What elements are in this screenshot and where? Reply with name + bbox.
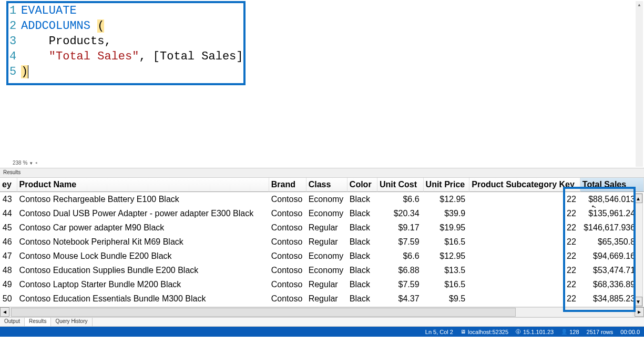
editor-hscroll-left-icon[interactable]: ◂ (35, 160, 37, 166)
table-cell[interactable]: Regular (306, 235, 347, 249)
table-row[interactable]: 44Contoso Dual USB Power Adapter - power… (0, 206, 644, 220)
table-cell[interactable]: 47 (0, 249, 17, 263)
table-cell[interactable]: $7.59 (377, 277, 424, 291)
table-cell[interactable]: Contoso Notebook Peripheral Kit M69 Blac… (17, 235, 269, 249)
table-cell[interactable]: 22 (469, 291, 580, 306)
table-cell[interactable]: Black (347, 249, 377, 263)
code-line[interactable]: 2ADDCOLUMNS ( (9, 18, 644, 34)
scroll-up-icon[interactable]: ▲ (634, 194, 642, 203)
table-cell[interactable]: $13.5 (424, 263, 470, 277)
table-cell[interactable]: $6.88 (377, 263, 424, 277)
column-header[interactable]: Unit Price (424, 178, 470, 192)
column-header[interactable]: Product Subcategory Key (469, 178, 580, 192)
table-cell[interactable]: Contoso (269, 206, 306, 220)
tab-results[interactable]: Results (25, 318, 51, 326)
code-line[interactable]: 3 Products, (9, 34, 644, 49)
table-cell[interactable]: Contoso (269, 220, 306, 235)
column-header[interactable]: Total Sales (580, 178, 644, 192)
code-line[interactable]: 5) (9, 64, 644, 79)
table-cell[interactable]: Black (347, 206, 377, 220)
table-cell[interactable]: $12.95 (424, 192, 470, 206)
table-cell[interactable]: Regular (306, 220, 347, 235)
table-cell[interactable]: 45 (0, 220, 17, 235)
table-cell[interactable]: Contoso Education Essentials Bundle M300… (17, 291, 269, 306)
table-cell[interactable]: $4.37 (377, 291, 424, 306)
code-line[interactable]: 1EVALUATE (9, 3, 644, 18)
table-cell[interactable]: 22 (469, 220, 580, 235)
table-cell[interactable]: 46 (0, 235, 17, 249)
table-cell[interactable]: Contoso Car power adapter M90 Black (17, 220, 269, 235)
table-cell[interactable]: $20.34 (377, 206, 424, 220)
table-cell[interactable]: Black (347, 263, 377, 277)
table-cell[interactable]: $16.5 (424, 235, 470, 249)
table-cell[interactable]: 22 (469, 263, 580, 277)
table-cell[interactable]: Contoso Dual USB Power Adapter - power a… (17, 206, 269, 220)
table-cell[interactable]: $6.6 (377, 192, 424, 206)
table-cell[interactable]: Contoso Laptop Starter Bundle M200 Black (17, 277, 269, 291)
table-cell[interactable]: $7.59 (377, 235, 424, 249)
table-cell[interactable]: Contoso Rechargeable Battery E100 Black (17, 192, 269, 206)
table-cell[interactable]: 50 (0, 291, 17, 306)
table-cell[interactable]: $9.5 (424, 291, 470, 306)
table-cell[interactable]: Black (347, 291, 377, 306)
table-cell[interactable]: $39.9 (424, 206, 470, 220)
table-cell[interactable]: 22 (469, 192, 580, 206)
results-grid[interactable]: eyProduct NameBrandClassColorUnit CostUn… (0, 178, 644, 307)
scroll-left-icon[interactable]: ◀ (0, 307, 9, 317)
table-cell[interactable]: Regular (306, 277, 347, 291)
table-row[interactable]: 50Contoso Education Essentials Bundle M3… (0, 291, 644, 306)
table-cell[interactable]: Black (347, 235, 377, 249)
zoom-level[interactable]: 238 % ▼ (13, 160, 33, 166)
table-cell[interactable]: 44 (0, 206, 17, 220)
table-cell[interactable]: Contoso (269, 263, 306, 277)
table-cell[interactable]: Contoso Mouse Lock Bundle E200 Black (17, 249, 269, 263)
scroll-right-icon[interactable]: ▶ (635, 307, 644, 317)
table-cell[interactable]: 43 (0, 192, 17, 206)
table-cell[interactable]: Black (347, 220, 377, 235)
grid-hscrollbar[interactable]: ◀ ▶ (0, 307, 644, 317)
table-cell[interactable]: 22 (469, 206, 580, 220)
editor-vscrollbar[interactable]: ▲ (636, 1, 643, 167)
table-row[interactable]: 45Contoso Car power adapter M90 BlackCon… (0, 220, 644, 235)
table-cell[interactable]: Economy (306, 192, 347, 206)
table-row[interactable]: 47Contoso Mouse Lock Bundle E200 BlackCo… (0, 249, 644, 263)
table-cell[interactable]: Contoso (269, 277, 306, 291)
table-cell[interactable]: Economy (306, 206, 347, 220)
table-cell[interactable]: $12.95 (424, 249, 470, 263)
table-cell[interactable]: $9.17 (377, 220, 424, 235)
table-cell[interactable]: Contoso (269, 192, 306, 206)
table-cell[interactable]: 22 (469, 249, 580, 263)
table-row[interactable]: 49Contoso Laptop Starter Bundle M200 Bla… (0, 277, 644, 291)
table-row[interactable]: 46Contoso Notebook Peripheral Kit M69 Bl… (0, 235, 644, 249)
code-line[interactable]: 4 "Total Sales", [Total Sales] (9, 49, 644, 64)
table-cell[interactable]: $19.95 (424, 220, 470, 235)
table-cell[interactable]: $6.6 (377, 249, 424, 263)
tab-query-history[interactable]: Query History (51, 318, 92, 326)
tab-output[interactable]: Output (0, 318, 25, 326)
table-cell[interactable]: Black (347, 277, 377, 291)
table-cell[interactable]: 49 (0, 277, 17, 291)
column-header[interactable]: Brand (269, 178, 306, 192)
column-header[interactable]: Color (347, 178, 377, 192)
table-cell[interactable]: Economy (306, 249, 347, 263)
scroll-up-icon[interactable]: ▲ (636, 1, 643, 8)
table-cell[interactable]: $16.5 (424, 277, 470, 291)
table-row[interactable]: 43Contoso Rechargeable Battery E100 Blac… (0, 192, 644, 206)
table-cell[interactable]: Contoso (269, 291, 306, 306)
table-cell[interactable]: 48 (0, 263, 17, 277)
table-cell[interactable]: Regular (306, 291, 347, 306)
table-cell[interactable]: Contoso (269, 249, 306, 263)
table-cell[interactable]: 22 (469, 277, 580, 291)
table-cell[interactable]: Black (347, 192, 377, 206)
column-header[interactable]: Unit Cost (377, 178, 424, 192)
column-header[interactable]: Product Name (17, 178, 269, 192)
dax-editor[interactable]: 1EVALUATE2ADDCOLUMNS (3 Products,4 "Tota… (0, 0, 644, 168)
scroll-down-icon[interactable]: ▼ (634, 297, 642, 306)
grid-vscrollbar[interactable]: ▲ ▼ (633, 193, 643, 307)
table-cell[interactable]: Contoso Education Supplies Bundle E200 B… (17, 263, 269, 277)
table-cell[interactable]: Economy (306, 263, 347, 277)
table-cell[interactable]: Contoso (269, 235, 306, 249)
column-header[interactable]: ey (0, 178, 17, 192)
column-header[interactable]: Class (306, 178, 347, 192)
table-row[interactable]: 48Contoso Education Supplies Bundle E200… (0, 263, 644, 277)
